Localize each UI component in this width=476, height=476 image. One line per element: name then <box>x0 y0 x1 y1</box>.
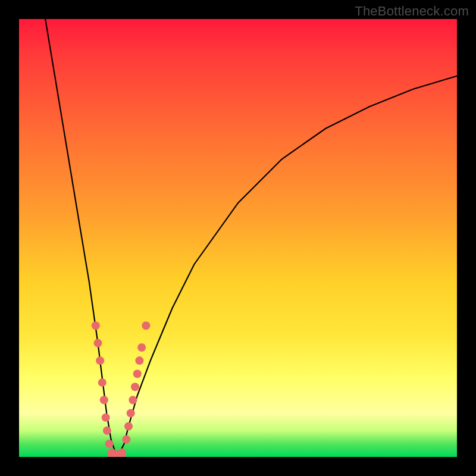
trough-marker <box>94 339 102 347</box>
trough-marker <box>98 378 107 387</box>
trough-marker <box>100 396 108 404</box>
plot-area <box>19 19 457 457</box>
trough-marker <box>96 356 104 365</box>
trough-marker <box>92 321 100 330</box>
trough-marker <box>131 383 139 391</box>
trough-marker <box>102 414 110 422</box>
trough-marker <box>127 409 135 417</box>
trough-marker <box>124 422 133 431</box>
watermark-text: TheBottleneck.com <box>355 4 469 19</box>
bottleneck-chart <box>19 19 457 457</box>
trough-marker <box>105 440 114 448</box>
trough-marker <box>129 396 137 404</box>
trough-marker <box>103 427 111 435</box>
trough-marker <box>118 449 126 457</box>
trough-marker <box>122 436 130 444</box>
outer-frame: TheBottleneck.com <box>0 0 476 476</box>
trough-marker <box>133 369 142 378</box>
trough-marker <box>135 356 143 365</box>
trough-markers <box>92 321 151 457</box>
trough-marker <box>137 343 146 352</box>
trough-marker <box>142 321 150 330</box>
bottleneck-curve-line <box>45 19 457 453</box>
